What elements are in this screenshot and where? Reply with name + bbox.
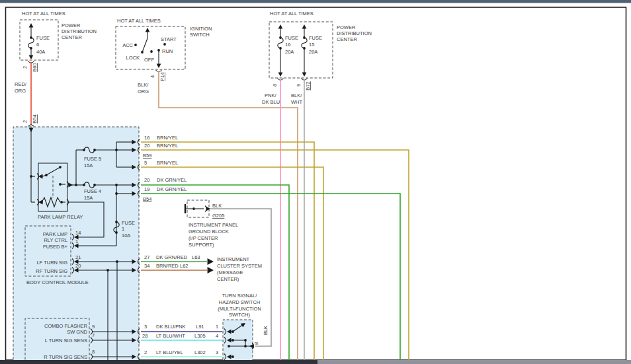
pin-number: 8	[253, 342, 259, 345]
pin-number: 3	[144, 324, 147, 330]
svg-text:20A: 20A	[309, 49, 317, 55]
svg-text:DK BLU: DK BLU	[262, 99, 280, 105]
svg-text:15A: 15A	[84, 195, 93, 201]
connector-code: G205	[212, 213, 224, 219]
svg-text:(I/P CENTER: (I/P CENTER	[189, 235, 218, 241]
svg-text:(MULTI-FUNCTION: (MULTI-FUNCTION	[218, 306, 261, 312]
pin-number: 4	[216, 333, 218, 339]
pin-number: 20	[144, 177, 149, 183]
svg-text:WHT: WHT	[291, 99, 302, 105]
scrollbar-thumb[interactable]	[317, 360, 631, 364]
svg-text:L TURN SIG SENS: L TURN SIG SENS	[45, 338, 87, 344]
svg-text:1: 1	[122, 226, 124, 232]
pin-number: 16	[144, 135, 149, 141]
svg-text:DISTRIBUTION: DISTRIBUTION	[62, 28, 97, 34]
svg-text:CLUSTER SYSTEM: CLUSTER SYSTEM	[217, 263, 262, 269]
pos-run: RUN	[162, 48, 173, 54]
pin-number: 8	[92, 349, 95, 355]
pin-number: 1	[75, 238, 78, 244]
svg-text:LF TURN SIG: LF TURN SIG	[36, 260, 67, 266]
svg-text:SW GND: SW GND	[67, 329, 87, 335]
pin-number: 19	[144, 186, 149, 192]
svg-text:GROUND BLOCK: GROUND BLOCK	[189, 229, 229, 235]
relay-label: PARK LAMP RELAY	[38, 214, 83, 220]
wire-color-label: RED/	[15, 81, 27, 87]
wire-color-label: DK GRN/RED	[156, 254, 188, 260]
top-bar	[0, 0, 631, 3]
connector-code: P14	[159, 72, 165, 81]
pin-number: 9	[296, 84, 302, 87]
hot-label: HOT AT ALL TIMES	[22, 11, 65, 17]
box-title: POWER	[337, 24, 356, 30]
circuit-code: L305	[194, 333, 206, 339]
svg-text:CENTER: CENTER	[62, 34, 82, 40]
svg-text:SWITCH): SWITCH)	[229, 312, 251, 318]
svg-text:ORG: ORG	[15, 88, 26, 94]
pin-number: 14	[75, 230, 81, 236]
wire-color-label: BLK/	[138, 82, 149, 88]
pin-number: 2	[144, 349, 147, 355]
fuse1-label: FUSE	[122, 220, 135, 226]
switch-title: TURN SIGNAL/	[222, 293, 257, 299]
svg-text:PARK LMP: PARK LMP	[43, 231, 67, 237]
fuse5-label: FUSE 5	[84, 156, 101, 162]
wire-color-label: PNK/	[265, 92, 276, 98]
connector-code: B54	[32, 114, 38, 123]
switch-fill	[223, 320, 253, 364]
svg-text:SUPPORT): SUPPORT)	[189, 242, 214, 248]
pin-number: 7	[92, 332, 95, 338]
pin-number: 34	[144, 263, 149, 269]
pos-acc: ACC	[122, 42, 133, 48]
cluster-label: INSTRUMENT	[217, 256, 250, 262]
connector-code: B60	[32, 63, 38, 71]
fuse-rating: 40A	[36, 49, 45, 55]
circuit-code: L62	[180, 263, 189, 269]
wire-color-label: DK BLU/PNK	[156, 324, 186, 330]
wire-color-label: LT BLU/WHT	[156, 333, 185, 339]
wire-color-label: BRN/YEL	[157, 135, 178, 141]
pos-start: START	[161, 36, 177, 42]
fuse4-label: FUSE 4	[84, 188, 101, 194]
pin-number: 9	[92, 324, 95, 330]
wire-color-label: BLK/	[291, 92, 302, 98]
wire-color-label: BRN/RED	[156, 263, 179, 269]
pin-number: 4	[149, 75, 155, 78]
pin-number: 21	[75, 254, 81, 260]
svg-text:R TURN SIG SENS: R TURN SIG SENS	[44, 354, 87, 360]
wire-color-label: DK GRN/YEL	[157, 177, 187, 183]
pin-number: 20	[144, 143, 149, 149]
svg-text:DISTRIBUTION: DISTRIBUTION	[337, 30, 372, 36]
fuse-name: FUSE	[36, 35, 50, 41]
svg-text:SWITCH: SWITCH	[190, 32, 210, 38]
circuit-code: L63	[192, 254, 200, 260]
pin-number: 2	[22, 120, 28, 123]
fuse-number: 6	[36, 42, 39, 48]
svg-text:ORG: ORG	[138, 89, 149, 94]
svg-text:(MESSAGE: (MESSAGE	[217, 270, 243, 275]
svg-text:FUSE: FUSE	[285, 35, 298, 41]
pin-number: 3	[216, 349, 218, 355]
pin-number: 8	[272, 84, 278, 87]
svg-text:10A: 10A	[122, 233, 130, 238]
pin-number: 2	[22, 66, 28, 69]
connector-code: B72	[305, 81, 311, 90]
pos-lock: LOCK	[126, 55, 140, 61]
svg-text:FUSED B+: FUSED B+	[43, 244, 68, 250]
pos-off: OFF	[144, 57, 154, 63]
svg-text:RLY CTRL: RLY CTRL	[44, 237, 67, 243]
svg-text:COMBO FLASHER: COMBO FLASHER	[44, 323, 88, 329]
wire-color-label: BLK	[263, 326, 269, 335]
box-title: IGNITION	[190, 26, 212, 32]
hot-label: HOT AT ALL TIMES	[117, 18, 161, 24]
svg-text:FUSE: FUSE	[309, 35, 322, 41]
circuit-code: L302	[194, 349, 206, 355]
circuit-code: L91	[196, 324, 204, 330]
pin-number: 27	[144, 254, 149, 260]
svg-text:HAZARD SWITCH: HAZARD SWITCH	[219, 299, 261, 305]
pin-number: 1	[216, 324, 218, 330]
svg-text:20A: 20A	[285, 49, 294, 55]
svg-text:16: 16	[285, 42, 290, 48]
svg-text:15A: 15A	[84, 163, 93, 168]
svg-text:CENTER): CENTER)	[217, 276, 239, 282]
svg-text:15: 15	[309, 42, 314, 48]
